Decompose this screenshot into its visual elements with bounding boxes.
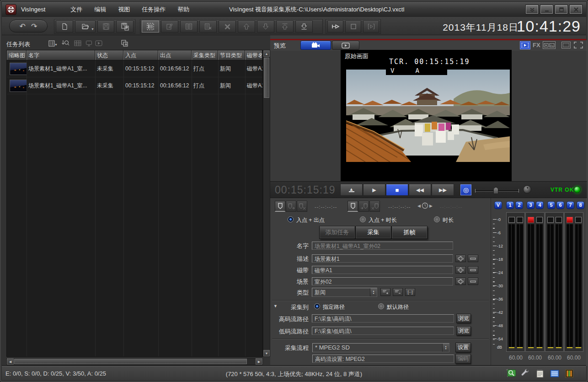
start-capture-button[interactable]	[327, 21, 343, 32]
channel-8-button[interactable]: 8	[577, 201, 584, 209]
add-task-button[interactable]: 添加任务	[319, 226, 355, 239]
collapse-button[interactable]	[526, 5, 538, 14]
open-dropdown-caret[interactable]: ▼	[91, 27, 94, 31]
high-path-browse-button[interactable]: 浏览	[456, 314, 471, 323]
goto-out-button[interactable]	[358, 201, 369, 212]
horizontal-scroll-thumb[interactable]	[14, 359, 247, 364]
move-up-button[interactable]	[238, 21, 255, 32]
encode-button[interactable]: 编码	[455, 354, 471, 364]
open-button[interactable]: ▼	[75, 21, 96, 32]
tape-field[interactable]: 磁带A1	[312, 266, 453, 274]
low-path-field[interactable]: F:\采集\低码流\	[312, 327, 454, 335]
edit-task-button[interactable]	[161, 21, 178, 32]
stop-capture-button[interactable]	[345, 21, 361, 32]
move-down-button[interactable]	[257, 21, 274, 32]
channel-5-button[interactable]: 5	[547, 201, 555, 209]
col-out-point[interactable]: 出点	[158, 50, 192, 60]
play-button[interactable]: ▶	[363, 184, 385, 196]
tools-icon[interactable]	[519, 368, 531, 378]
col-program-type[interactable]: 节目类型	[218, 50, 245, 60]
grab-frame-button[interactable]: 抓帧	[391, 226, 428, 239]
fx-icon[interactable]: FX	[533, 42, 540, 48]
high-path-field[interactable]: F:\采集\高码流\	[312, 314, 454, 323]
undo-icon[interactable]: ↶	[20, 22, 26, 31]
shuttle-slider-thumb[interactable]	[493, 187, 498, 194]
scene-remove-button[interactable]	[468, 278, 478, 285]
stop-button[interactable]: ■	[386, 184, 408, 196]
vertical-scroll-thumb[interactable]	[264, 58, 269, 98]
radio-duration[interactable]	[434, 216, 440, 222]
menu-edit[interactable]: 编辑	[88, 5, 112, 14]
col-status[interactable]: 状态	[95, 50, 123, 60]
log-notes-icon[interactable]	[534, 368, 546, 378]
task-properties-button[interactable]	[180, 21, 198, 32]
clear-out-button[interactable]	[369, 201, 380, 212]
duration-right-arrow[interactable]: ▶	[429, 204, 433, 208]
redo-icon[interactable]: ↷	[31, 22, 37, 31]
fast-forward-button[interactable]: ▶▶	[432, 184, 454, 196]
tape-add-button[interactable]	[455, 266, 466, 274]
move-bottom-button[interactable]	[295, 21, 313, 32]
remove-task-button[interactable]	[199, 21, 217, 32]
duration-left-arrow[interactable]: ◀	[417, 204, 421, 208]
col-name[interactable]: 名字	[27, 50, 95, 60]
menu-view[interactable]: 视图	[112, 5, 136, 14]
radio-specified-path[interactable]	[314, 303, 320, 309]
system-check-icon[interactable]	[505, 368, 517, 378]
jog-mode-button[interactable]: ◎	[460, 184, 471, 195]
desc-field[interactable]: 场景素材1	[312, 254, 453, 263]
channel-2-button[interactable]: 2	[515, 201, 523, 209]
play-preview-button[interactable]	[94, 39, 104, 48]
channel-7-button[interactable]: 7	[567, 201, 574, 209]
workflow-select-spinner[interactable]: ▲▼	[442, 344, 449, 352]
col-in-point[interactable]: 入点	[123, 50, 158, 60]
type-add-button[interactable]	[380, 288, 390, 296]
menu-file[interactable]: 文件	[64, 5, 88, 14]
type-remove-button[interactable]	[393, 288, 403, 296]
safe-area-icon[interactable]	[574, 42, 583, 48]
audio-meter-icon[interactable]	[563, 368, 575, 378]
eject-button[interactable]: ▲	[340, 184, 363, 196]
scroll-down-arrow[interactable]: ▼	[263, 350, 270, 356]
channel-1-button[interactable]: 1	[506, 201, 514, 209]
close-button[interactable]	[570, 5, 582, 14]
grid-view-button[interactable]	[73, 39, 83, 48]
task-list-toggle-button[interactable]	[142, 21, 159, 32]
type-select-spinner[interactable]: ▲▼	[370, 288, 377, 296]
horizontal-scrollbar[interactable]: ◀ ▶	[6, 358, 263, 365]
view-mode-button[interactable]: ▼	[46, 39, 59, 48]
task-queue-icon[interactable]	[549, 368, 561, 378]
new-task-list-button[interactable]	[56, 21, 73, 32]
tab-camera-source[interactable]	[300, 41, 331, 50]
shuttle-slider[interactable]	[475, 190, 519, 191]
vertical-scrollbar[interactable]: ▲ ▼	[263, 50, 270, 357]
tab-player-source[interactable]	[332, 41, 359, 50]
view-mode-caret[interactable]: ▼	[54, 43, 58, 46]
channel-6-button[interactable]: 6	[556, 201, 564, 209]
name-field[interactable]: 场景素材1_磁带A1_室外02	[312, 242, 453, 250]
preview-capture-button[interactable]	[363, 21, 379, 32]
shuttle-knob[interactable]	[523, 185, 531, 194]
type-edit-button[interactable]: [··]	[405, 288, 415, 296]
radio-in-duration[interactable]	[360, 216, 366, 222]
rewind-button[interactable]: ◀◀	[409, 184, 431, 196]
scene-field[interactable]: 室外02	[312, 277, 453, 285]
type-select[interactable]: 新闻	[312, 288, 377, 297]
move-top-button[interactable]	[276, 21, 294, 32]
mark-in-button[interactable]	[275, 201, 285, 212]
col-capture-type[interactable]: 采集类型	[192, 50, 218, 60]
menu-task-ops[interactable]: 任务操作	[136, 5, 171, 14]
scroll-up-arrow[interactable]: ▲	[263, 50, 270, 57]
channel-3-button[interactable]: 3	[527, 201, 535, 209]
channel-4-button[interactable]: 4	[536, 201, 544, 209]
minimize-button[interactable]	[540, 5, 553, 14]
goto-in-button[interactable]	[286, 201, 296, 212]
col-thumbnail[interactable]: 缩略图	[7, 50, 27, 60]
scroll-right-arrow[interactable]: ▶	[256, 358, 262, 365]
filmstrip-play-icon[interactable]	[520, 41, 530, 49]
desc-remove-button[interactable]	[468, 255, 478, 262]
col-tape-name[interactable]: 磁带名	[245, 50, 262, 60]
table-row[interactable]: 场景素材1_磁带A1_室... 未采集 00:15:15:12 00:16:56…	[7, 60, 262, 77]
radio-in-out[interactable]	[288, 216, 294, 222]
desc-add-button[interactable]	[455, 255, 466, 262]
